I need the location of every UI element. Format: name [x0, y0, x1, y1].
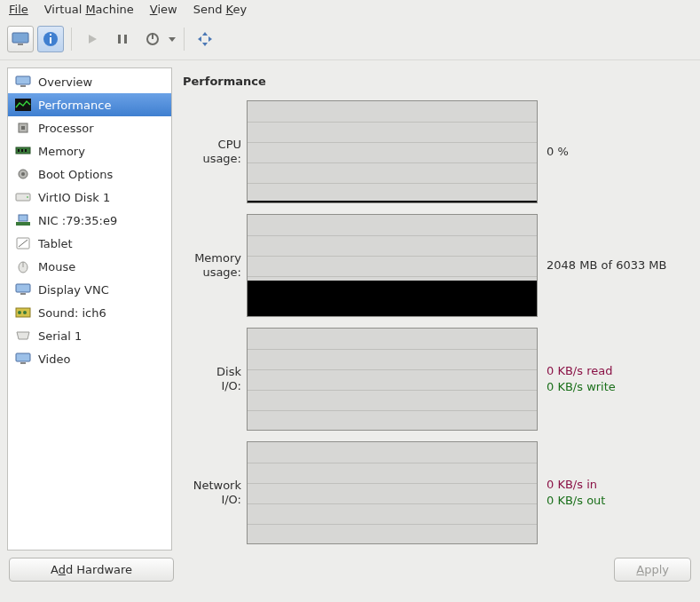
tablet-icon	[15, 236, 31, 250]
svg-marker-12	[202, 43, 208, 46]
sidebar-item-overview[interactable]: Overview	[8, 70, 171, 93]
display-icon	[15, 282, 31, 297]
sidebar-item-label: Display VNC	[38, 283, 109, 297]
toolbar	[0, 20, 700, 60]
gear-icon	[15, 167, 31, 181]
monitor-icon	[15, 75, 31, 89]
pause-icon	[116, 33, 129, 45]
sidebar-item-processor[interactable]: Processor	[8, 116, 171, 139]
sidebar-item-label: Sound: ich6	[38, 306, 106, 320]
sidebar-item-label: VirtIO Disk 1	[38, 191, 110, 204]
move-arrows-icon	[197, 31, 213, 47]
svg-rect-3	[50, 37, 51, 44]
svg-rect-39	[16, 353, 30, 361]
svg-marker-11	[202, 32, 208, 36]
svg-rect-15	[16, 76, 30, 84]
play-icon	[86, 33, 98, 45]
cpu-usage-value: 0 %	[538, 144, 569, 160]
svg-rect-29	[16, 222, 30, 226]
svg-rect-6	[118, 35, 121, 44]
info-icon	[43, 31, 59, 47]
svg-marker-13	[198, 36, 201, 42]
details-view-button[interactable]	[37, 26, 64, 52]
sidebar-item-performance[interactable]: Performance	[8, 93, 171, 116]
metric-cpu: CPU usage: 0 %	[183, 100, 684, 203]
svg-rect-1	[18, 44, 23, 45]
svg-rect-40	[20, 362, 26, 364]
sidebar-item-sound[interactable]: Sound: ich6	[8, 301, 171, 324]
svg-rect-4	[50, 34, 51, 36]
sidebar-item-label: Performance	[38, 99, 111, 112]
metric-label: Memory usage:	[183, 251, 247, 281]
sidebar-container: Overview Performance Processor Memory Bo…	[7, 67, 172, 551]
panel-title: Performance	[183, 75, 684, 88]
cpu-chip-icon	[15, 121, 31, 135]
main-area: Overview Performance Processor Memory Bo…	[0, 60, 700, 558]
console-view-button[interactable]	[7, 26, 34, 52]
apply-button[interactable]: Apply	[614, 558, 691, 582]
cpu-usage-graph	[247, 100, 538, 203]
svg-rect-21	[18, 149, 20, 152]
metric-memory: Memory usage: 2048 MB of 6033 MB	[183, 214, 684, 317]
sidebar-item-disk[interactable]: VirtIO Disk 1	[8, 186, 171, 209]
add-hardware-button[interactable]: Add Hardware	[9, 558, 174, 582]
svg-point-37	[18, 311, 21, 314]
hard-disk-icon	[15, 190, 31, 204]
network-io-value: 0 KB/s in 0 KB/s out	[538, 477, 605, 508]
hardware-sidebar: Overview Performance Processor Memory Bo…	[7, 67, 172, 551]
svg-point-38	[23, 311, 27, 314]
menu-file[interactable]: File	[9, 3, 28, 16]
fullscreen-button[interactable]	[192, 26, 218, 52]
power-icon	[146, 32, 160, 46]
performance-chart-icon	[15, 98, 31, 112]
menubar: File Virtual Machine View Send Key	[0, 0, 700, 20]
pause-button[interactable]	[109, 26, 136, 52]
sidebar-item-tablet[interactable]: Tablet	[8, 232, 171, 255]
memory-usage-value: 2048 MB of 6033 MB	[538, 257, 667, 273]
sidebar-item-nic[interactable]: NIC :79:35:e9	[8, 209, 171, 232]
menu-view[interactable]: View	[150, 3, 177, 16]
sidebar-item-video[interactable]: Video	[8, 347, 171, 370]
svg-point-25	[21, 172, 25, 176]
video-display-icon	[15, 352, 31, 366]
power-menu[interactable]	[139, 26, 177, 52]
sidebar-item-display[interactable]: Display VNC	[8, 278, 171, 301]
disk-io-value: 0 KB/s read 0 KB/s write	[538, 363, 616, 394]
run-button[interactable]	[79, 26, 106, 52]
svg-rect-19	[21, 126, 25, 130]
metric-label: CPU usage:	[183, 138, 247, 167]
sidebar-item-label: Tablet	[38, 237, 73, 250]
sidebar-item-label: Processor	[38, 122, 94, 135]
svg-marker-14	[208, 36, 212, 42]
sidebar-item-label: Serial 1	[38, 329, 82, 343]
serial-port-icon	[15, 329, 31, 343]
footer: Add Hardware Apply	[0, 558, 700, 589]
toolbar-separator	[184, 28, 185, 51]
sidebar-item-label: Overview	[38, 75, 92, 89]
menu-send-key[interactable]: Send Key	[193, 3, 247, 16]
monitor-icon	[12, 32, 29, 46]
sidebar-item-memory[interactable]: Memory	[8, 139, 171, 162]
svg-marker-5	[89, 35, 97, 44]
sidebar-item-label: Mouse	[38, 260, 75, 273]
svg-rect-7	[124, 35, 127, 44]
sidebar-item-boot-options[interactable]: Boot Options	[8, 162, 171, 186]
metric-network: Network I/O: 0 KB/s in 0 KB/s out	[183, 441, 684, 544]
sound-card-icon	[15, 305, 31, 320]
sidebar-item-label: NIC :79:35:e9	[38, 214, 117, 227]
mouse-icon	[15, 259, 31, 273]
memory-usage-graph	[247, 214, 538, 317]
toolbar-separator	[71, 28, 72, 51]
svg-rect-22	[21, 149, 23, 152]
menu-virtual-machine[interactable]: Virtual Machine	[44, 3, 134, 16]
sidebar-item-label: Memory	[38, 145, 85, 158]
metric-label: Disk I/O:	[183, 365, 247, 394]
sidebar-item-label: Boot Options	[38, 168, 113, 181]
metric-disk: Disk I/O: 0 KB/s read 0 KB/s write	[183, 328, 684, 431]
sidebar-item-mouse[interactable]: Mouse	[8, 255, 171, 278]
memory-icon	[15, 144, 31, 158]
svg-rect-23	[25, 149, 27, 152]
sidebar-item-serial[interactable]: Serial 1	[8, 324, 171, 347]
disk-io-graph	[247, 328, 538, 431]
svg-rect-16	[20, 85, 26, 87]
